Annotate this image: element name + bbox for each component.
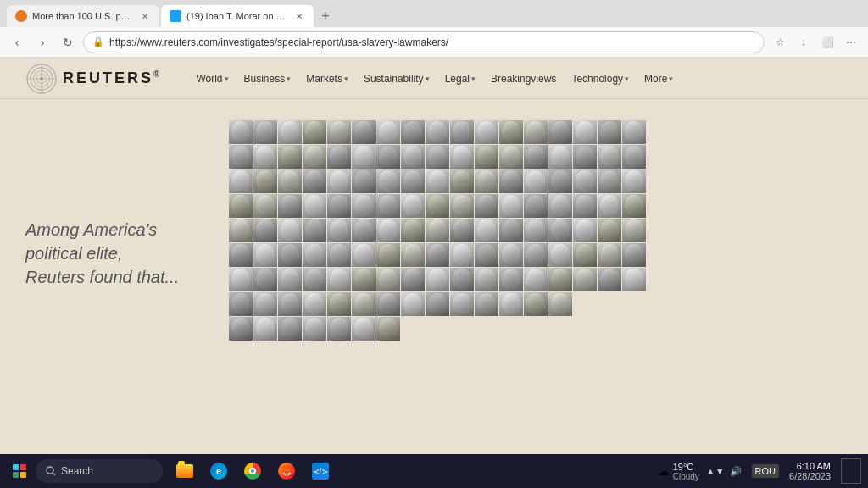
face-item[interactable] [598, 243, 621, 267]
nav-sustainability[interactable]: Sustainability ▾ [364, 73, 430, 85]
face-item[interactable] [548, 268, 572, 291]
face-item[interactable] [524, 169, 548, 193]
face-item[interactable] [450, 194, 474, 218]
face-item[interactable] [303, 169, 326, 193]
face-item[interactable] [303, 268, 326, 291]
face-item[interactable] [229, 243, 253, 267]
face-item[interactable] [376, 317, 400, 341]
face-item[interactable] [450, 145, 474, 169]
face-item[interactable] [401, 120, 425, 144]
face-item[interactable] [376, 145, 400, 169]
face-item[interactable] [524, 145, 548, 169]
face-item[interactable] [376, 292, 400, 316]
face-item[interactable] [450, 268, 474, 291]
face-item[interactable] [450, 219, 474, 242]
face-item[interactable] [499, 243, 523, 267]
face-item[interactable] [499, 194, 523, 218]
face-item[interactable] [573, 219, 597, 242]
face-item[interactable] [278, 268, 302, 291]
address-bar[interactable]: 🔒 https://www.reuters.com/investigates/s… [83, 31, 765, 53]
nav-more[interactable]: More ▾ [644, 73, 673, 85]
face-item[interactable] [327, 120, 351, 144]
face-item[interactable] [327, 268, 351, 291]
face-item[interactable] [303, 317, 326, 341]
system-clock[interactable]: 6:10 AM 6/28/2023 [789, 461, 831, 481]
face-item[interactable] [622, 120, 646, 144]
face-item[interactable] [278, 243, 302, 267]
tab2-close[interactable]: ✕ [293, 10, 305, 22]
face-item[interactable] [229, 120, 253, 144]
face-item[interactable] [352, 194, 376, 218]
face-item[interactable] [278, 145, 302, 169]
face-item[interactable] [450, 120, 474, 144]
new-tab-button[interactable]: + [315, 6, 336, 26]
face-item[interactable] [499, 268, 523, 291]
face-item[interactable] [401, 292, 425, 316]
face-item[interactable] [229, 219, 253, 242]
face-item[interactable] [352, 317, 376, 341]
face-item[interactable] [598, 169, 621, 193]
face-item[interactable] [450, 243, 474, 267]
face-item[interactable] [253, 243, 277, 267]
face-item[interactable] [524, 194, 548, 218]
start-button[interactable] [7, 458, 32, 484]
face-item[interactable] [303, 243, 326, 267]
face-item[interactable] [475, 243, 498, 267]
face-item[interactable] [376, 268, 400, 291]
face-item[interactable] [278, 194, 302, 218]
face-item[interactable] [327, 169, 351, 193]
face-item[interactable] [622, 268, 646, 291]
nav-markets[interactable]: Markets ▾ [306, 73, 348, 85]
face-item[interactable] [278, 292, 302, 316]
nav-technology[interactable]: Technology ▾ [571, 73, 629, 85]
taskbar-search-bar[interactable]: Search [36, 459, 163, 483]
face-item[interactable] [573, 169, 597, 193]
face-item[interactable] [401, 194, 425, 218]
face-item[interactable] [598, 120, 621, 144]
face-item[interactable] [475, 169, 498, 193]
face-item[interactable] [622, 219, 646, 242]
face-item[interactable] [229, 145, 253, 169]
face-item[interactable] [401, 268, 425, 291]
face-item[interactable] [303, 219, 326, 242]
face-item[interactable] [229, 268, 253, 291]
nav-legal[interactable]: Legal ▾ [445, 73, 476, 85]
face-item[interactable] [524, 120, 548, 144]
face-item[interactable] [573, 194, 597, 218]
face-item[interactable] [426, 120, 449, 144]
face-item[interactable] [622, 194, 646, 218]
face-item[interactable] [499, 120, 523, 144]
face-item[interactable] [376, 120, 400, 144]
face-item[interactable] [253, 194, 277, 218]
face-item[interactable] [598, 219, 621, 242]
tab1-close[interactable]: ✕ [139, 10, 151, 22]
menu-icon[interactable]: ⋯ [841, 32, 861, 53]
face-item[interactable] [573, 243, 597, 267]
face-item[interactable] [426, 292, 449, 316]
face-item[interactable] [548, 145, 572, 169]
taskbar-firefox[interactable]: 🦊 [271, 456, 302, 486]
face-item[interactable] [278, 219, 302, 242]
bookmark-icon[interactable]: ☆ [770, 32, 790, 53]
face-item[interactable] [401, 169, 425, 193]
face-item[interactable] [253, 145, 277, 169]
nav-breakingviews[interactable]: Breakingviews [491, 73, 556, 85]
face-item[interactable] [548, 292, 572, 316]
face-item[interactable] [376, 243, 400, 267]
face-item[interactable] [253, 120, 277, 144]
face-item[interactable] [475, 120, 498, 144]
refresh-button[interactable]: ↻ [58, 32, 78, 53]
face-item[interactable] [426, 243, 449, 267]
face-item[interactable] [622, 243, 646, 267]
face-item[interactable] [352, 169, 376, 193]
face-item[interactable] [352, 120, 376, 144]
face-item[interactable] [327, 145, 351, 169]
face-item[interactable] [401, 145, 425, 169]
face-item[interactable] [352, 145, 376, 169]
face-item[interactable] [229, 317, 253, 341]
back-button[interactable]: ‹ [7, 32, 27, 53]
face-item[interactable] [475, 145, 498, 169]
face-item[interactable] [450, 169, 474, 193]
face-item[interactable] [253, 317, 277, 341]
face-item[interactable] [548, 120, 572, 144]
